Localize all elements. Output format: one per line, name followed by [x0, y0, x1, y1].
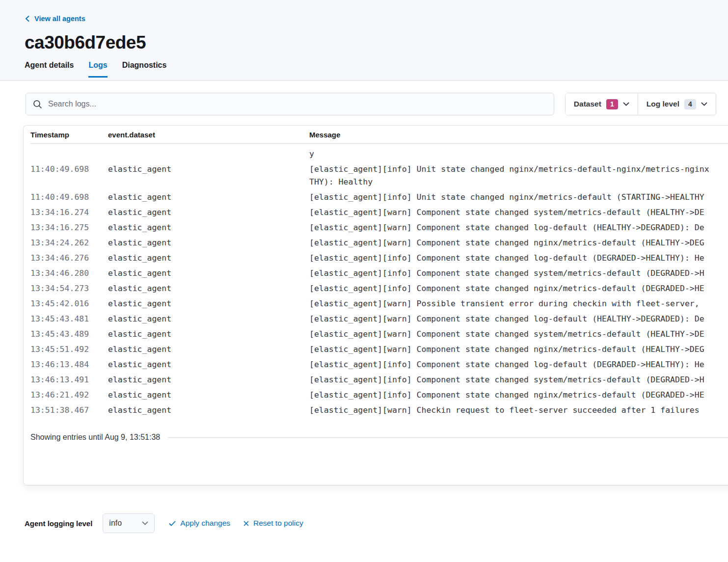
dataset-cell: elastic_agent [108, 282, 309, 295]
message-line: [elastic_agent][warn] Component state ch… [309, 206, 728, 219]
message-line: [elastic_agent][info] Component state ch… [309, 374, 728, 386]
message-line: [elastic_agent][info] Component state ch… [309, 252, 728, 265]
table-row[interactable]: 13:45:43.489elastic_agent[elastic_agent]… [30, 327, 728, 342]
message-line: [elastic_agent][warn] Possible transient… [309, 297, 728, 310]
timestamp-cell: 13:34:16.274 [30, 206, 108, 219]
table-row[interactable]: 13:45:51.492elastic_agent[elastic_agent]… [30, 342, 728, 357]
table-row[interactable]: 13:34:16.275elastic_agent[elastic_agent]… [30, 220, 728, 236]
back-link[interactable]: View all agents [25, 15, 85, 23]
table-row[interactable]: 13:45:42.016elastic_agent[elastic_agent]… [30, 296, 728, 312]
logging-level-select[interactable]: info [103, 513, 155, 533]
tab-logs[interactable]: Logs [88, 61, 107, 78]
message-line: [elastic_agent][warn] Component state ch… [309, 328, 728, 341]
message-line: [elastic_agent][info] Component state ch… [309, 267, 728, 280]
chevron-down-icon [701, 102, 707, 106]
timestamp-cell: 11:40:49.698 [30, 163, 108, 188]
filter-log-level[interactable]: Log level4 [638, 93, 716, 115]
message-cell: [elastic_agent][warn] Component state ch… [309, 313, 728, 325]
message-cell: [elastic_agent][info] Component state ch… [309, 389, 728, 401]
message-cell: [elastic_agent][info] Component state ch… [309, 374, 728, 386]
dataset-cell: elastic_agent [108, 252, 309, 265]
message-cell: [elastic_agent][warn] Component state ch… [309, 221, 728, 234]
search-input[interactable] [48, 100, 547, 108]
message-line: [elastic_agent][info] Unit state changed… [309, 163, 728, 176]
table-row[interactable]: 13:45:43.481elastic_agent[elastic_agent]… [30, 312, 728, 327]
logs-toolbar: Dataset1Log level4 [26, 93, 716, 115]
message-cell: [elastic_agent][info] Unit state changed… [309, 163, 728, 188]
page-header: View all agents ca30b6d7ede5 Agent detai… [0, 0, 728, 80]
table-row[interactable]: 13:34:46.280elastic_agent[elastic_agent]… [30, 266, 728, 281]
tab-agent-details[interactable]: Agent details [25, 61, 74, 78]
table-row[interactable]: 13:34:24.262elastic_agent[elastic_agent]… [30, 236, 728, 251]
dataset-cell: elastic_agent [108, 313, 309, 325]
dataset-cell: elastic_agent [108, 221, 309, 234]
dataset-cell: elastic_agent [108, 191, 309, 204]
table-row[interactable]: y [30, 147, 728, 162]
timestamp-cell: 13:45:43.489 [30, 328, 108, 341]
message-cell: [elastic_agent][info] Component state ch… [309, 252, 728, 265]
table-row[interactable]: 13:51:38.467elastic_agent[elastic_agent]… [30, 403, 728, 418]
dataset-cell: elastic_agent [108, 328, 309, 341]
filter-count-badge: 4 [684, 99, 696, 109]
chevron-left-icon [25, 15, 30, 22]
message-line: [elastic_agent][info] Component state ch… [309, 282, 728, 295]
table-row[interactable]: 13:34:54.273elastic_agent[elastic_agent]… [30, 281, 728, 296]
apply-changes-label: Apply changes [180, 519, 230, 528]
timestamp-cell: 13:46:13.491 [30, 374, 108, 386]
close-icon [243, 521, 249, 526]
dataset-cell [108, 148, 309, 161]
reset-to-policy-button[interactable]: Reset to policy [243, 519, 303, 528]
message-line: [elastic_agent][warn] Checkin request to… [309, 404, 728, 417]
dataset-cell: elastic_agent [108, 389, 309, 401]
back-link-label: View all agents [34, 15, 85, 23]
search-box[interactable] [26, 93, 554, 115]
message-cell: [elastic_agent][warn] Component state ch… [309, 237, 728, 249]
table-row[interactable]: 13:34:16.274elastic_agent[elastic_agent]… [30, 205, 728, 220]
filter-label: Dataset [574, 100, 601, 108]
filter-count-badge: 1 [606, 99, 618, 109]
message-cell: [elastic_agent][info] Component state ch… [309, 358, 728, 371]
logging-level-value: info [109, 519, 122, 528]
message-line: [elastic_agent][info] Component state ch… [309, 389, 728, 401]
timestamp-cell: 13:34:46.280 [30, 267, 108, 280]
filter-dataset[interactable]: Dataset1 [566, 93, 638, 115]
timestamp-cell: 13:46:13.484 [30, 358, 108, 371]
logs-panel: Timestamp event.dataset Message y11:40:4… [24, 126, 728, 485]
dataset-cell: elastic_agent [108, 237, 309, 249]
footer-divider [168, 437, 728, 438]
message-cell: [elastic_agent][warn] Component state ch… [309, 206, 728, 219]
tab-diagnostics[interactable]: Diagnostics [122, 61, 167, 78]
table-row[interactable]: 13:46:13.491elastic_agent[elastic_agent]… [30, 373, 728, 388]
table-row[interactable]: 13:34:46.276elastic_agent[elastic_agent]… [30, 251, 728, 266]
check-icon [169, 521, 176, 526]
dataset-cell: elastic_agent [108, 404, 309, 417]
message-cell: [elastic_agent][info] Unit state changed… [309, 191, 728, 204]
column-header-message: Message [309, 131, 728, 139]
table-row[interactable]: 11:40:49.698elastic_agent[elastic_agent]… [30, 190, 728, 205]
filter-group: Dataset1Log level4 [565, 93, 716, 115]
table-row[interactable]: 13:46:21.492elastic_agent[elastic_agent]… [30, 388, 728, 403]
message-cell: [elastic_agent][warn] Component state ch… [309, 343, 728, 356]
timestamp-cell: 13:34:54.273 [30, 282, 108, 295]
dataset-cell: elastic_agent [108, 343, 309, 356]
table-footer: Showing entries until Aug 9, 13:51:38 [30, 433, 728, 442]
chevron-down-icon [142, 521, 148, 525]
page-title: ca30b6d7ede5 [25, 32, 728, 53]
dataset-cell: elastic_agent [108, 267, 309, 280]
timestamp-cell [30, 148, 108, 161]
chevron-down-icon [623, 102, 629, 106]
message-line: [elastic_agent][warn] Component state ch… [309, 221, 728, 234]
filter-label: Log level [647, 100, 679, 108]
message-cell: [elastic_agent][info] Component state ch… [309, 267, 728, 280]
table-row[interactable]: 13:46:13.484elastic_agent[elastic_agent]… [30, 357, 728, 373]
message-line: [elastic_agent][info] Component state ch… [309, 358, 728, 371]
column-header-timestamp: Timestamp [30, 131, 108, 139]
message-line: [elastic_agent][warn] Component state ch… [309, 237, 728, 249]
table-row[interactable]: 11:40:49.698elastic_agent[elastic_agent]… [30, 162, 728, 190]
message-line: [elastic_agent][warn] Component state ch… [309, 313, 728, 325]
timestamp-cell: 13:46:21.492 [30, 389, 108, 401]
message-cell: [elastic_agent][warn] Possible transient… [309, 297, 728, 310]
search-icon [33, 100, 42, 109]
message-cell: [elastic_agent][warn] Component state ch… [309, 328, 728, 341]
apply-changes-button[interactable]: Apply changes [169, 519, 230, 528]
